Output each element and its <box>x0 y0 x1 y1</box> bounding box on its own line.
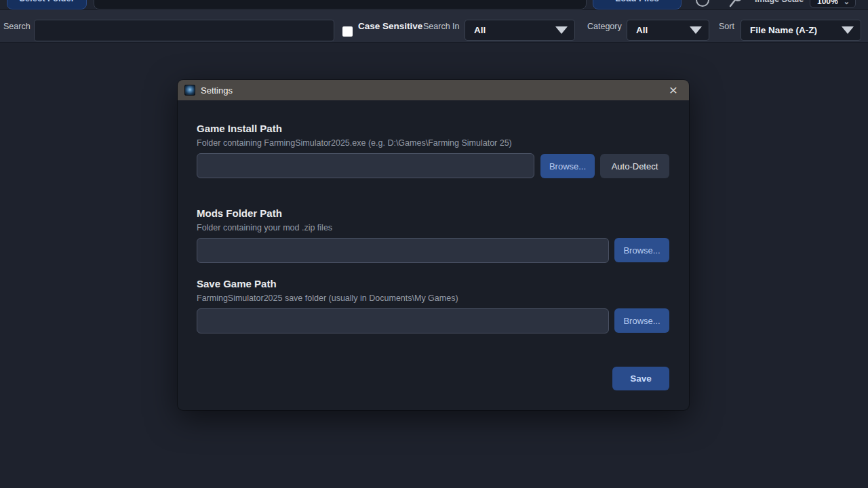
image-scale-value: 100% <box>817 0 838 6</box>
search-in-dropdown[interactable]: All <box>465 20 575 41</box>
chevron-down-icon: ⌄ <box>844 0 850 6</box>
case-sensitive-label: Case Sensitive <box>358 21 422 31</box>
case-sensitive-checkbox[interactable] <box>342 26 353 37</box>
save-game-browse-button[interactable]: Browse... <box>614 308 669 333</box>
search-in-value: All <box>474 25 486 35</box>
game-install-path-input[interactable] <box>197 153 534 178</box>
gear-icon[interactable] <box>696 0 709 7</box>
top-toolbar: Select Folder Load Files Image Scale 100… <box>0 0 868 9</box>
app-logo-icon <box>184 85 195 96</box>
close-icon[interactable]: × <box>665 81 682 99</box>
category-value: All <box>636 25 648 35</box>
auto-detect-button[interactable]: Auto-Detect <box>600 154 669 178</box>
magnifier-icon[interactable] <box>728 0 743 8</box>
settings-dialog: Settings × Game Install Path Folder cont… <box>178 80 689 410</box>
image-scale-dropdown[interactable]: 100% ⌄ <box>810 0 856 8</box>
game-install-path-description: Folder containing FarmingSimulator2025.e… <box>197 138 512 148</box>
search-in-label: Search In <box>423 22 460 31</box>
load-files-button[interactable]: Load Files <box>593 0 682 9</box>
mods-folder-path-description: Folder containing your mod .zip files <box>197 223 332 232</box>
mods-folder-path-heading: Mods Folder Path <box>197 207 282 219</box>
image-scale-label: Image Scale <box>755 0 804 4</box>
save-game-path-input[interactable] <box>197 308 609 333</box>
folder-path-input[interactable] <box>94 0 587 9</box>
search-label: Search <box>3 22 31 31</box>
chevron-down-icon <box>842 26 854 34</box>
save-button[interactable]: Save <box>612 367 669 390</box>
app-window: Select Folder Load Files Image Scale 100… <box>0 0 868 488</box>
category-label: Category <box>587 22 622 31</box>
dialog-title: Settings <box>201 85 233 96</box>
sort-label: Sort <box>719 22 734 31</box>
select-folder-button[interactable]: Select Folder <box>7 0 87 9</box>
sort-dropdown[interactable]: File Name (A-Z) <box>741 20 861 41</box>
game-install-browse-button[interactable]: Browse... <box>540 154 595 178</box>
save-game-path-heading: Save Game Path <box>197 278 277 289</box>
search-input[interactable] <box>34 20 334 41</box>
filter-toolbar: Search Case Sensitive Search In All Cate… <box>0 9 868 43</box>
chevron-down-icon <box>690 26 702 34</box>
save-game-path-description: FarmingSimulator2025 save folder (usuall… <box>197 293 458 303</box>
game-install-path-heading: Game Install Path <box>197 123 282 134</box>
sort-value: File Name (A-Z) <box>750 25 817 35</box>
mods-folder-path-input[interactable] <box>197 238 609 263</box>
chevron-down-icon <box>555 26 568 34</box>
category-dropdown[interactable]: All <box>627 20 709 41</box>
dialog-titlebar[interactable]: Settings × <box>178 80 689 100</box>
mods-folder-browse-button[interactable]: Browse... <box>614 238 669 262</box>
